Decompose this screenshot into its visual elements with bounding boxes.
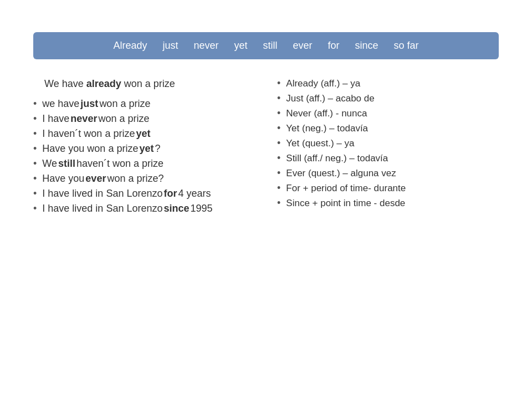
sentence-item-2: I haven´t won a prize yet (33, 126, 255, 141)
sentence-item-6: I have lived in San Lorenzo for 4 years (33, 186, 255, 201)
first-sentence-after: won a prize (121, 78, 175, 89)
content-area: We have already won a prize we have just… (33, 76, 499, 216)
header-word-1: just (162, 40, 178, 52)
translation-item-1: Just (aff.) – acabo de (277, 91, 499, 106)
translation-item-5: Still (aff./ neg.) – todavía (277, 151, 499, 166)
first-sentence: We have already won a prize (33, 76, 255, 92)
sentence-item-3: Have you won a prize yet ? (33, 141, 255, 156)
right-column: Already (aff.) – yaJust (aff.) – acabo d… (277, 76, 499, 211)
header-word-8: so far (394, 40, 419, 52)
sentence-item-4: We still haven´t won a prize (33, 156, 255, 171)
first-sentence-before: We have (44, 78, 86, 89)
sentence-item-5: Have you ever won a prize? (33, 171, 255, 186)
sentence-item-7: I have lived in San Lorenzo since 1995 (33, 201, 255, 216)
translation-item-2: Never (aff.) - nunca (277, 106, 499, 121)
translation-item-3: Yet (neg.) – todavía (277, 121, 499, 136)
translation-list: Already (aff.) – yaJust (aff.) – acabo d… (277, 76, 499, 211)
header-word-6: for (328, 40, 340, 52)
translation-item-6: Ever (quest.) – alguna vez (277, 166, 499, 181)
translation-item-4: Yet (quest.) – ya (277, 136, 499, 151)
header-bar: Alreadyjustneveryetstilleverforsinceso f… (33, 32, 499, 59)
first-sentence-bold: already (86, 78, 121, 89)
header-word-2: never (193, 40, 218, 52)
sentence-item-0: we have just won a prize (33, 96, 255, 111)
header-word-3: yet (234, 40, 247, 52)
page: Alreadyjustneveryetstilleverforsinceso f… (0, 0, 532, 399)
translation-item-0: Already (aff.) – ya (277, 76, 499, 91)
header-word-5: ever (293, 40, 313, 52)
header-word-0: Already (113, 40, 147, 52)
sentence-list: we have just won a prizeI have never won… (33, 96, 255, 216)
sentence-item-1: I have never won a prize (33, 111, 255, 126)
left-column: We have already won a prize we have just… (33, 76, 255, 216)
header-word-7: since (355, 40, 378, 52)
translation-item-8: Since + point in time - desde (277, 196, 499, 211)
header-word-4: still (263, 40, 278, 52)
translation-item-7: For + period of time- durante (277, 181, 499, 196)
